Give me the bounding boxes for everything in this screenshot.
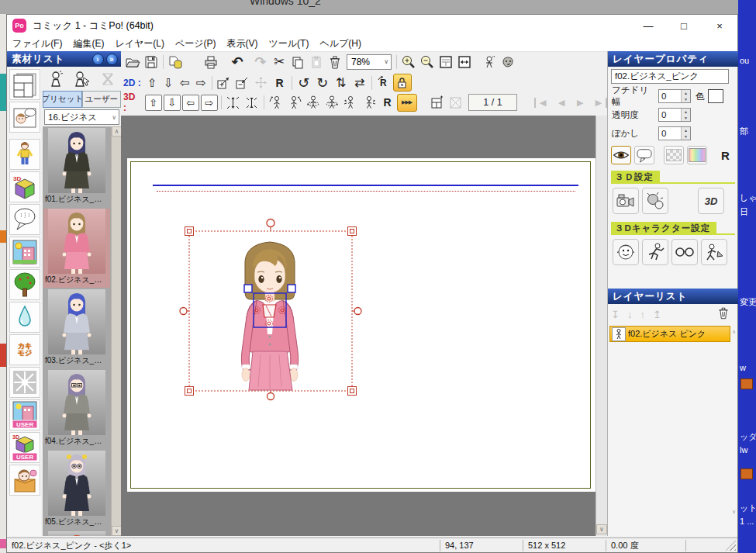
category-panel-layout[interactable] [9,69,40,100]
outline-color-swatch[interactable] [708,89,723,103]
delete-panel-button[interactable] [447,94,465,112]
tilt-forward-button[interactable] [341,94,360,112]
balloon-link-button[interactable] [634,146,654,164]
category-background[interactable] [9,237,40,268]
move-up-3d-button[interactable]: ⇧ [145,95,162,111]
material-item-f06-partial[interactable] [43,531,110,536]
tab-user[interactable]: ユーザー [82,91,122,108]
title-bar[interactable]: Po コミック 1 - コミPo! (64bit) — □ × [7,15,737,36]
category-tree-item[interactable] [9,269,40,300]
light-settings-button[interactable] [642,188,668,214]
panel-expand-button[interactable]: » [106,54,118,65]
spin-down-icon[interactable]: ▼ [682,115,690,121]
menu-page[interactable]: ページ(P) [170,37,222,50]
selected-character[interactable] [179,218,365,404]
reset-rotation-button[interactable]: R [375,74,393,92]
move-down-2d-button[interactable]: ⇩ [161,74,177,92]
add-character-button[interactable] [47,70,66,88]
shoulder-handle-right[interactable] [288,285,295,292]
resize-grip[interactable] [725,540,736,551]
copy-button[interactable] [288,53,307,71]
lock-button[interactable] [393,74,412,92]
reset-properties-button[interactable]: R [721,149,730,162]
move-left-3d-button[interactable]: ⇦ [182,95,199,111]
fit-page-button[interactable] [437,53,455,71]
turn-right-button[interactable] [323,94,341,112]
menu-tools[interactable]: ツール(T) [264,37,315,50]
opacity-stepper[interactable]: 0 ▲▼ [658,108,691,122]
accessory-settings-button[interactable] [701,239,727,265]
visibility-toggle[interactable] [611,146,631,164]
tab-preset[interactable]: プリセット [43,91,82,108]
first-page-button[interactable]: ◀ [534,98,550,108]
material-item-f03[interactable]: f03.ビジネス_… [43,289,110,368]
scale-down-3d-button[interactable] [243,94,261,112]
import-material-button[interactable] [166,53,185,71]
category-character[interactable] [9,139,40,170]
close-button[interactable]: × [702,15,737,36]
layer-list-item-selected[interactable]: f02.ビジネス ピンク [609,326,730,342]
spin-up-icon[interactable]: ▲ [682,127,690,133]
move-left-2d-button[interactable]: ⇦ [177,74,193,92]
scroll-down-icon[interactable]: ∨ [730,509,737,515]
category-speech-balloon[interactable] [9,204,40,235]
spin-up-icon[interactable]: ▲ [682,90,690,96]
outline-width-stepper[interactable]: 0 ▲▼ [658,89,691,103]
material-item-f05[interactable]: f05.ビジネス_… [43,451,110,530]
category-comic-character[interactable] [9,102,40,133]
paste-button[interactable] [307,53,326,71]
print-button[interactable] [202,53,220,71]
free-move-2d-button[interactable] [252,74,271,92]
face-expression-button[interactable] [613,239,639,265]
color-adjust-button[interactable] [687,146,707,164]
move-up-2d-button[interactable]: ⇧ [144,74,161,92]
rotate-body-right-button[interactable] [285,94,304,112]
category-user-background[interactable]: USER [9,399,40,430]
flip-vertical-button[interactable]: ⇅ [332,74,350,92]
rotate-cw-button[interactable]: ↻ [313,74,332,92]
last-page-button[interactable]: ▶ [592,98,607,108]
character-pose-tool-button[interactable] [480,53,499,71]
camera-settings-button[interactable] [613,188,639,214]
layer-to-top-button[interactable]: ↥ [653,309,661,320]
menu-view[interactable]: 表示(V) [222,37,264,50]
character-head-tool-button[interactable] [499,53,517,71]
rotate-handle[interactable] [267,219,274,227]
scale-up-2d-button[interactable] [215,74,233,92]
mid-handle-bottom[interactable] [268,393,274,400]
undo-button[interactable]: ↶ [228,53,247,71]
delete-material-button[interactable] [98,70,117,88]
select-character-button[interactable] [73,70,91,88]
rotate-body-left-button[interactable] [267,94,285,112]
zoom-out-button[interactable] [418,53,437,71]
flip-horizontal-button[interactable]: ⇄ [350,74,369,92]
minimize-button[interactable]: — [630,15,666,36]
category-flash-effect[interactable] [9,367,40,398]
layer-to-bottom-button[interactable]: ↧ [611,309,620,320]
prev-page-button[interactable]: ◀ [554,98,568,108]
cut-button[interactable]: ✂ [270,53,288,71]
chest-part-handle[interactable] [263,305,276,317]
zoom-in-button[interactable] [399,53,418,71]
panel-collapse-button[interactable]: › [92,54,104,65]
menu-help[interactable]: ヘルプ(H) [314,37,367,50]
zoom-level-select[interactable]: 78% ∨ [347,54,392,70]
rotate-ccw-button[interactable]: ↺ [295,74,313,92]
category-select[interactable]: 16.ビジネス ∨ [44,109,119,125]
animation-play-button[interactable]: ▶▶▶ [397,94,417,112]
maximize-button[interactable]: □ [666,15,702,36]
material-item-f04[interactable]: f04.ビジネス_… [43,370,110,449]
move-right-2d-button[interactable]: ⇨ [193,74,209,92]
layer-name-field[interactable]: f02.ビジネス_ピンク [611,69,729,84]
transparency-pattern-button[interactable] [664,146,684,164]
next-page-button[interactable]: ▶ [573,98,587,108]
spin-down-icon[interactable]: ▼ [682,96,690,102]
category-user-3d[interactable]: 3DUSER [9,432,40,463]
open-file-button[interactable] [123,53,142,71]
menu-edit[interactable]: 編集(E) [67,37,109,50]
pose-settings-button[interactable] [642,239,668,265]
category-effect-drop[interactable] [9,302,40,333]
fit-width-button[interactable] [455,53,474,71]
blur-stepper[interactable]: 0 ▲▼ [658,126,691,140]
material-item-f01[interactable]: f01.ビジネス_… [43,128,110,207]
